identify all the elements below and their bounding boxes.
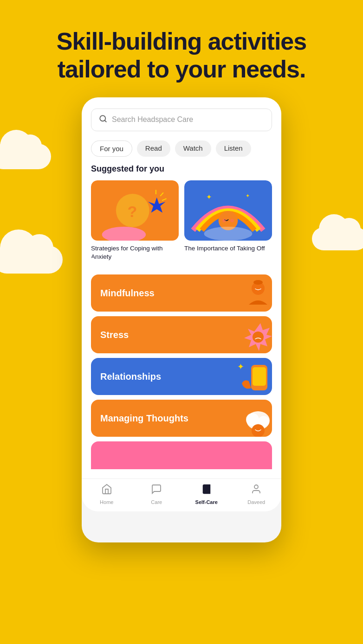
svg-text:✦: ✦: [237, 362, 244, 371]
svg-point-23: [246, 413, 259, 426]
svg-rect-20: [253, 367, 266, 386]
card-title-taking-off: The Importance of Taking Off: [184, 244, 272, 253]
card-anxiety[interactable]: ? Strategies for Coping with Anxiety: [91, 180, 179, 262]
tab-watch[interactable]: Watch: [175, 140, 211, 157]
svg-point-11: [230, 219, 234, 223]
nav-care[interactable]: Care: [132, 484, 182, 505]
category-stress[interactable]: Stress: [91, 316, 272, 353]
svg-point-26: [254, 485, 258, 489]
mindfulness-illustration: [235, 277, 272, 312]
nav-label-daveed: Daveed: [247, 499, 265, 505]
svg-text:✦: ✦: [246, 192, 250, 198]
hero-title: Skill-building activities tailored to yo…: [28, 28, 335, 83]
phone-mockup: Search Headspace Care For you Read Watch…: [82, 97, 281, 542]
card-image-anxiety: ?: [91, 180, 179, 241]
suggested-title: Suggested for you: [91, 164, 272, 174]
search-container: Search Headspace Care: [82, 97, 281, 137]
svg-point-14: [204, 227, 253, 241]
tab-read[interactable]: Read: [137, 140, 170, 157]
category-pink-partial[interactable]: [91, 441, 272, 469]
svg-point-5: [102, 227, 146, 241]
svg-text:✦: ✦: [206, 193, 212, 201]
nav-label-home: Home: [100, 499, 113, 505]
cards-row: ? Strategies for Coping with Anxiety: [91, 180, 272, 262]
svg-point-25: [252, 424, 265, 437]
nav-label-care: Care: [151, 499, 162, 505]
tab-listen[interactable]: Listen: [216, 140, 251, 157]
cloud-right: [312, 227, 363, 250]
bottom-nav: Home Care Self-Care: [82, 478, 281, 511]
managing-thoughts-illustration: [235, 402, 272, 437]
nav-home[interactable]: Home: [82, 484, 132, 505]
home-icon: [101, 484, 112, 497]
category-mindfulness[interactable]: Mindfulness: [91, 274, 272, 312]
category-label-mindfulness: Mindfulness: [100, 288, 155, 299]
category-label-stress: Stress: [100, 330, 129, 340]
relationships-illustration: ✦: [235, 360, 272, 395]
card-taking-off[interactable]: ✦ ✦ The Importance of Taking Off: [184, 180, 272, 262]
cloud-top-left: [0, 144, 51, 169]
category-label-managing-thoughts: Managing Thoughts: [100, 413, 188, 424]
suggested-section: Suggested for you ?: [82, 164, 281, 271]
filter-tabs: For you Read Watch Listen: [82, 137, 281, 164]
nav-daveed[interactable]: Daveed: [232, 484, 282, 505]
card-title-anxiety: Strategies for Coping with Anxiety: [91, 244, 179, 262]
svg-text:?: ?: [127, 203, 137, 220]
nav-label-self-care: Self-Care: [195, 499, 218, 505]
stress-illustration: [235, 319, 272, 353]
svg-point-18: [253, 332, 264, 343]
category-managing-thoughts[interactable]: Managing Thoughts: [91, 400, 272, 437]
category-relationships[interactable]: Relationships ✦: [91, 358, 272, 395]
svg-line-8: [162, 198, 166, 200]
cloud-bottom-left: [0, 246, 63, 274]
search-icon: [99, 115, 107, 125]
daveed-icon: [251, 484, 262, 497]
care-icon: [151, 484, 162, 497]
self-care-icon: [201, 484, 212, 497]
search-bar[interactable]: Search Headspace Care: [91, 108, 272, 131]
search-placeholder-text: Search Headspace Care: [112, 115, 193, 124]
tab-for-you[interactable]: For you: [91, 140, 132, 157]
svg-line-1: [104, 120, 106, 121]
category-label-relationships: Relationships: [100, 371, 161, 382]
svg-point-16: [253, 280, 263, 285]
phone-content: Search Headspace Care For you Read Watch…: [82, 97, 281, 512]
category-list: Mindfulness Stress: [82, 271, 281, 478]
svg-line-7: [160, 192, 163, 196]
nav-self-care[interactable]: Self-Care: [182, 484, 232, 505]
card-image-taking-off: ✦ ✦: [184, 180, 272, 241]
svg-point-10: [222, 219, 226, 223]
hero-section: Skill-building activities tailored to yo…: [0, 0, 363, 93]
